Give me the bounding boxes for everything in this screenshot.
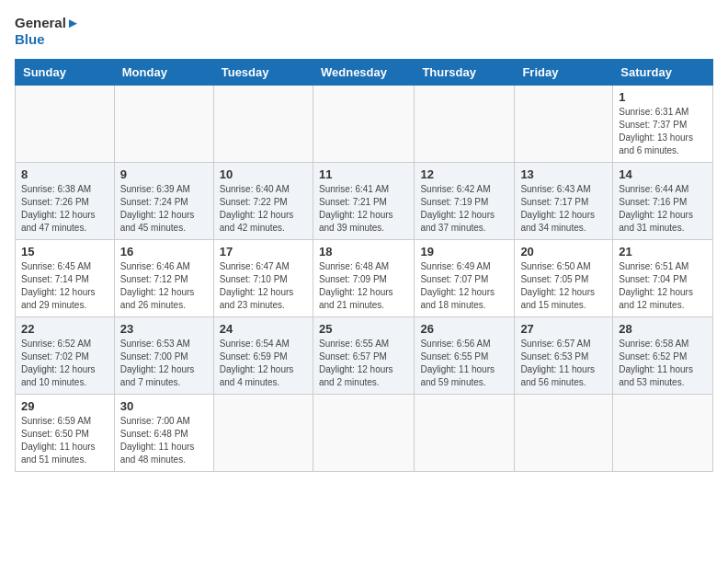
calendar-cell bbox=[313, 86, 414, 163]
logo: General► Blue bbox=[15, 15, 80, 48]
header-tuesday: Tuesday bbox=[213, 60, 313, 86]
calendar-cell: 14Sunrise: 6:44 AMSunset: 7:16 PMDayligh… bbox=[613, 163, 713, 240]
calendar-cell bbox=[415, 395, 515, 472]
calendar-cell: 19Sunrise: 6:49 AMSunset: 7:07 PMDayligh… bbox=[415, 240, 515, 317]
day-info: Sunrise: 6:48 AMSunset: 7:09 PMDaylight:… bbox=[319, 260, 408, 312]
day-info: Sunrise: 6:59 AMSunset: 6:50 PMDaylight:… bbox=[21, 415, 108, 466]
header-friday: Friday bbox=[515, 60, 613, 86]
day-info: Sunrise: 6:58 AMSunset: 6:52 PMDaylight:… bbox=[619, 338, 707, 389]
calendar-cell bbox=[213, 395, 313, 472]
day-info: Sunrise: 6:43 AMSunset: 7:17 PMDaylight:… bbox=[520, 183, 607, 235]
day-info: Sunrise: 6:44 AMSunset: 7:16 PMDaylight:… bbox=[619, 183, 707, 235]
day-number: 20 bbox=[520, 245, 607, 259]
day-number: 29 bbox=[21, 399, 108, 413]
day-info: Sunrise: 6:56 AMSunset: 6:55 PMDaylight:… bbox=[420, 338, 508, 389]
header-wednesday: Wednesday bbox=[313, 60, 414, 86]
day-info: Sunrise: 6:57 AMSunset: 6:53 PMDaylight:… bbox=[520, 338, 607, 389]
day-number: 24 bbox=[220, 322, 307, 336]
calendar-table: SundayMondayTuesdayWednesdayThursdayFrid… bbox=[15, 59, 713, 472]
calendar-cell bbox=[114, 86, 213, 163]
calendar-cell: 25Sunrise: 6:55 AMSunset: 6:57 PMDayligh… bbox=[313, 317, 414, 395]
day-info: Sunrise: 6:39 AMSunset: 7:24 PMDaylight:… bbox=[120, 183, 208, 235]
calendar-cell bbox=[613, 395, 713, 472]
day-number: 18 bbox=[319, 245, 408, 259]
day-number: 1 bbox=[619, 90, 707, 104]
calendar-cell: 29Sunrise: 6:59 AMSunset: 6:50 PMDayligh… bbox=[16, 395, 115, 472]
day-info: Sunrise: 6:51 AMSunset: 7:04 PMDaylight:… bbox=[619, 260, 707, 312]
day-info: Sunrise: 6:47 AMSunset: 7:10 PMDaylight:… bbox=[220, 260, 307, 312]
calendar-cell bbox=[515, 86, 613, 163]
calendar-cell: 8Sunrise: 6:38 AMSunset: 7:26 PMDaylight… bbox=[16, 163, 115, 240]
day-number: 9 bbox=[120, 167, 208, 181]
day-number: 14 bbox=[619, 167, 707, 181]
calendar-cell: 21Sunrise: 6:51 AMSunset: 7:04 PMDayligh… bbox=[613, 240, 713, 317]
day-info: Sunrise: 6:54 AMSunset: 6:59 PMDaylight:… bbox=[220, 338, 307, 389]
calendar-cell: 11Sunrise: 6:41 AMSunset: 7:21 PMDayligh… bbox=[313, 163, 414, 240]
day-number: 23 bbox=[120, 322, 208, 336]
calendar-cell: 12Sunrise: 6:42 AMSunset: 7:19 PMDayligh… bbox=[415, 163, 515, 240]
day-info: Sunrise: 6:40 AMSunset: 7:22 PMDaylight:… bbox=[220, 183, 307, 235]
header-thursday: Thursday bbox=[415, 60, 515, 86]
day-info: Sunrise: 6:46 AMSunset: 7:12 PMDaylight:… bbox=[120, 260, 208, 312]
day-info: Sunrise: 7:00 AMSunset: 6:48 PMDaylight:… bbox=[120, 415, 208, 466]
calendar-cell: 24Sunrise: 6:54 AMSunset: 6:59 PMDayligh… bbox=[213, 317, 313, 395]
day-number: 10 bbox=[220, 167, 307, 181]
calendar-cell: 26Sunrise: 6:56 AMSunset: 6:55 PMDayligh… bbox=[415, 317, 515, 395]
day-number: 13 bbox=[520, 167, 607, 181]
calendar-week-4: 22Sunrise: 6:52 AMSunset: 7:02 PMDayligh… bbox=[16, 317, 713, 395]
day-number: 25 bbox=[319, 322, 408, 336]
calendar-cell: 17Sunrise: 6:47 AMSunset: 7:10 PMDayligh… bbox=[213, 240, 313, 317]
day-info: Sunrise: 6:55 AMSunset: 6:57 PMDaylight:… bbox=[319, 338, 408, 389]
day-info: Sunrise: 6:45 AMSunset: 7:14 PMDaylight:… bbox=[21, 260, 108, 312]
calendar-week-2: 8Sunrise: 6:38 AMSunset: 7:26 PMDaylight… bbox=[16, 163, 713, 240]
calendar-cell: 10Sunrise: 6:40 AMSunset: 7:22 PMDayligh… bbox=[213, 163, 313, 240]
calendar-cell: 9Sunrise: 6:39 AMSunset: 7:24 PMDaylight… bbox=[114, 163, 213, 240]
day-number: 27 bbox=[520, 322, 607, 336]
calendar-cell: 22Sunrise: 6:52 AMSunset: 7:02 PMDayligh… bbox=[16, 317, 115, 395]
day-info: Sunrise: 6:42 AMSunset: 7:19 PMDaylight:… bbox=[420, 183, 508, 235]
calendar-cell bbox=[16, 86, 115, 163]
day-number: 22 bbox=[21, 322, 108, 336]
calendar-cell: 23Sunrise: 6:53 AMSunset: 7:00 PMDayligh… bbox=[114, 317, 213, 395]
day-number: 15 bbox=[21, 245, 108, 259]
day-number: 11 bbox=[319, 167, 408, 181]
calendar-cell: 15Sunrise: 6:45 AMSunset: 7:14 PMDayligh… bbox=[16, 240, 115, 317]
page-header: General► Blue bbox=[15, 15, 713, 48]
calendar-week-1: 1Sunrise: 6:31 AMSunset: 7:37 PMDaylight… bbox=[16, 86, 713, 163]
day-info: Sunrise: 6:31 AMSunset: 7:37 PMDaylight:… bbox=[619, 106, 707, 157]
day-info: Sunrise: 6:41 AMSunset: 7:21 PMDaylight:… bbox=[319, 183, 408, 235]
day-number: 30 bbox=[120, 399, 208, 413]
day-number: 17 bbox=[220, 245, 307, 259]
day-info: Sunrise: 6:50 AMSunset: 7:05 PMDaylight:… bbox=[520, 260, 607, 312]
logo-text: General► Blue bbox=[15, 15, 80, 48]
header-monday: Monday bbox=[114, 60, 213, 86]
day-info: Sunrise: 6:38 AMSunset: 7:26 PMDaylight:… bbox=[21, 183, 108, 235]
calendar-week-3: 15Sunrise: 6:45 AMSunset: 7:14 PMDayligh… bbox=[16, 240, 713, 317]
day-info: Sunrise: 6:49 AMSunset: 7:07 PMDaylight:… bbox=[420, 260, 508, 312]
header-sunday: Sunday bbox=[16, 60, 115, 86]
day-number: 8 bbox=[21, 167, 108, 181]
calendar-cell: 1Sunrise: 6:31 AMSunset: 7:37 PMDaylight… bbox=[613, 86, 713, 163]
day-number: 12 bbox=[420, 167, 508, 181]
calendar-cell bbox=[415, 86, 515, 163]
day-number: 26 bbox=[420, 322, 508, 336]
calendar-cell: 20Sunrise: 6:50 AMSunset: 7:05 PMDayligh… bbox=[515, 240, 613, 317]
calendar-week-5: 29Sunrise: 6:59 AMSunset: 6:50 PMDayligh… bbox=[16, 395, 713, 472]
day-number: 16 bbox=[120, 245, 208, 259]
day-number: 28 bbox=[619, 322, 707, 336]
calendar-cell bbox=[515, 395, 613, 472]
day-number: 19 bbox=[420, 245, 508, 259]
calendar-cell: 27Sunrise: 6:57 AMSunset: 6:53 PMDayligh… bbox=[515, 317, 613, 395]
calendar-cell: 13Sunrise: 6:43 AMSunset: 7:17 PMDayligh… bbox=[515, 163, 613, 240]
day-info: Sunrise: 6:52 AMSunset: 7:02 PMDaylight:… bbox=[21, 338, 108, 389]
day-info: Sunrise: 6:53 AMSunset: 7:00 PMDaylight:… bbox=[120, 338, 208, 389]
calendar-cell: 16Sunrise: 6:46 AMSunset: 7:12 PMDayligh… bbox=[114, 240, 213, 317]
calendar-cell bbox=[313, 395, 414, 472]
calendar-header-row: SundayMondayTuesdayWednesdayThursdayFrid… bbox=[16, 60, 713, 86]
day-number: 21 bbox=[619, 245, 707, 259]
calendar-cell bbox=[213, 86, 313, 163]
calendar-cell: 30Sunrise: 7:00 AMSunset: 6:48 PMDayligh… bbox=[114, 395, 213, 472]
calendar-cell: 28Sunrise: 6:58 AMSunset: 6:52 PMDayligh… bbox=[613, 317, 713, 395]
header-saturday: Saturday bbox=[613, 60, 713, 86]
calendar-cell: 18Sunrise: 6:48 AMSunset: 7:09 PMDayligh… bbox=[313, 240, 414, 317]
